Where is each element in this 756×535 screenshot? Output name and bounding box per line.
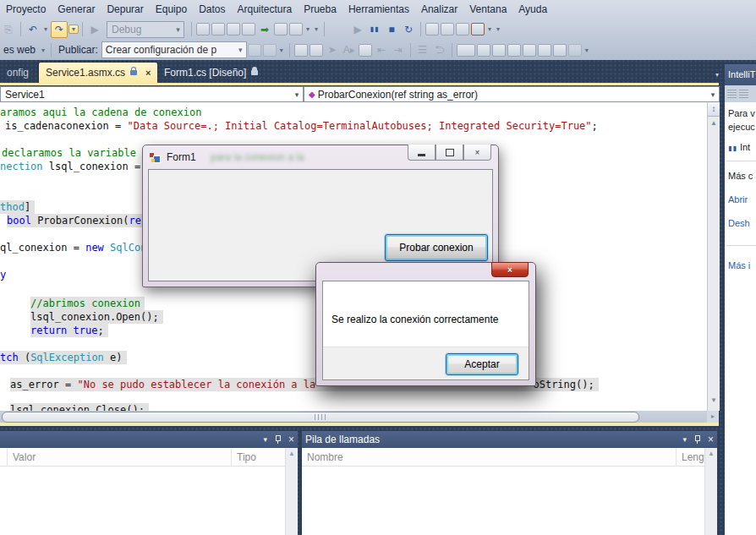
indent-increase-icon[interactable]: ⇥	[391, 42, 406, 57]
scroll-down-icon[interactable]: ▼	[708, 394, 720, 407]
search-comment-icon[interactable]	[568, 44, 582, 57]
aceptar-button[interactable]: Aceptar	[446, 353, 518, 375]
tab-form1-designer[interactable]: Form1.cs [Diseño]	[157, 63, 267, 83]
undo-dropdown-icon[interactable]: ▾	[41, 25, 50, 33]
command-window-icon[interactable]	[289, 23, 303, 35]
comment-block-icon[interactable]	[359, 44, 372, 57]
scroll-right-icon[interactable]: ▸	[707, 411, 719, 423]
tab-webconfig-partial[interactable]: onfig	[0, 63, 36, 83]
undo-icon[interactable]: ↶	[25, 22, 41, 37]
continue-icon[interactable]: ▶	[350, 22, 365, 37]
intellitrace-link-mas-info[interactable]: Más i	[728, 260, 750, 270]
callstack-col-nombre[interactable]: Nombre	[302, 451, 676, 463]
icon-dropdown[interactable]: ▾	[485, 25, 494, 33]
find-in-files-icon[interactable]	[196, 23, 210, 35]
menu-ayuda[interactable]: Ayuda	[512, 0, 553, 19]
intellitrace-events-icon[interactable]	[471, 23, 485, 35]
intellitrace-break-item[interactable]: ▮▮ Int	[728, 142, 750, 152]
document-list-dropdown-icon[interactable]: ▾	[713, 71, 721, 79]
probar-conexion-button[interactable]: Probar conexion	[385, 234, 488, 261]
restart-icon[interactable]: ↻	[401, 22, 416, 37]
list-icon[interactable]	[727, 90, 737, 99]
scroll-up-icon[interactable]: ▲	[708, 117, 720, 129]
menu-generar[interactable]: Generar	[52, 0, 101, 19]
comment-bubble2-icon[interactable]	[492, 44, 506, 57]
locals-col-valor[interactable]: Valor	[8, 451, 231, 463]
bookmark-window-icon[interactable]	[457, 44, 475, 57]
intellitrace-panel-title[interactable]: IntelliT	[725, 64, 756, 85]
panel-close-icon[interactable]: ×	[288, 435, 294, 444]
word-wrap-icon[interactable]: ⮌	[432, 42, 447, 57]
extension-manager-icon[interactable]	[274, 23, 288, 35]
intellitrace-link-deshabilitar[interactable]: Desh	[728, 218, 750, 228]
panel-pin-icon[interactable]	[274, 434, 282, 445]
members-combo[interactable]: ◆ ProbarConexion(ref string as_error) ▾	[304, 86, 720, 102]
panel-dropdown-icon[interactable]: ▾	[682, 435, 687, 444]
next-comment-icon[interactable]	[523, 44, 536, 57]
step-over-icon[interactable]	[425, 23, 439, 35]
menu-ventana[interactable]: Ventana	[463, 0, 512, 19]
hex-icon[interactable]	[441, 23, 454, 35]
edit-config-icon[interactable]	[263, 44, 277, 57]
locals-col-tipo[interactable]: Tipo	[232, 451, 276, 463]
solution-config-combo[interactable]: Debug ▾	[107, 21, 184, 38]
publish-icon[interactable]	[248, 44, 261, 57]
menu-prueba[interactable]: Prueba	[298, 0, 342, 19]
breakpoint-icon[interactable]	[456, 23, 469, 35]
indent-decrease-icon[interactable]: ⇤	[374, 42, 389, 57]
publish-combo[interactable]: Crear configuración de p ▾	[101, 41, 247, 58]
filter-icon[interactable]	[739, 90, 748, 99]
menu-datos[interactable]: Datos	[193, 0, 231, 19]
properties-icon[interactable]	[211, 23, 225, 35]
scroll-up-icon[interactable]: ▲	[286, 448, 298, 460]
menu-equipo[interactable]: Equipo	[150, 0, 193, 19]
data-sources-icon[interactable]	[227, 23, 240, 35]
redo-dropdown-icon[interactable]: ▾	[68, 25, 79, 34]
close-icon[interactable]: ×	[463, 145, 491, 161]
scroll-up-icon[interactable]: ▲	[705, 448, 717, 460]
form1-titlebar[interactable]: para la conexion a la Form1 ×	[143, 145, 498, 169]
stop-debug-icon[interactable]: ■	[384, 22, 399, 37]
message-dialog[interactable]: × Se realizo la conexión correctamente A…	[315, 262, 536, 386]
callstack-panel-titlebar[interactable]: Pila de llamadas ▾ ×	[302, 431, 717, 448]
menu-proyecto[interactable]: Proyecto	[0, 0, 52, 19]
copy-reference-icon[interactable]	[294, 44, 308, 57]
menu-herramientas[interactable]: Herramientas	[342, 0, 415, 19]
toolbar-overflow-icon[interactable]: ▾	[39, 46, 47, 54]
minimize-icon[interactable]	[408, 145, 436, 161]
toolbox-icon[interactable]	[242, 23, 255, 35]
menu-depurar[interactable]: Depurar	[101, 0, 149, 19]
break-all-icon[interactable]: ▮▮	[367, 22, 382, 37]
prev-comment-icon[interactable]	[507, 44, 521, 57]
import-book-icon[interactable]	[538, 44, 551, 57]
menu-analizar[interactable]: Analizar	[415, 0, 463, 19]
redo-icon[interactable]: ↷	[51, 21, 68, 38]
start-page-icon[interactable]: ➡	[257, 22, 272, 37]
start-debug-icon[interactable]: ▶	[87, 22, 102, 37]
maximize-icon[interactable]	[436, 145, 463, 161]
insert-snippet-icon[interactable]	[310, 44, 323, 57]
panel-pin-icon[interactable]	[693, 434, 701, 445]
editor-horizontal-scrollbar[interactable]	[0, 411, 707, 423]
toolbar-overflow-icon[interactable]: ▾	[583, 46, 591, 54]
locals-scrollbar[interactable]: ▲	[285, 448, 298, 535]
comment-bubble-icon[interactable]	[477, 44, 490, 57]
tab-service1[interactable]: Service1.asmx.cs ×	[39, 63, 157, 83]
toolbar-overflow-icon[interactable]: ▾	[312, 25, 320, 33]
export-book-icon[interactable]	[553, 44, 567, 57]
toolbar-overflow-icon[interactable]: ▾	[494, 25, 502, 33]
format-text-icon[interactable]: A▸	[342, 42, 357, 57]
toolbar-overflow-icon[interactable]: ▾	[277, 46, 286, 54]
menu-arquitectura[interactable]: Arquitectura	[231, 0, 298, 19]
icon-dropdown[interactable]: ▾	[304, 25, 312, 33]
intellitrace-link-abrir[interactable]: Abrir	[728, 194, 748, 205]
locals-panel-titlebar[interactable]: ▾ ×	[0, 431, 298, 448]
cursor-icon[interactable]: ➤	[325, 42, 340, 57]
line-spacing-icon[interactable]: ☰	[415, 42, 430, 57]
panel-close-icon[interactable]: ×	[708, 435, 714, 444]
hscroll-thumb[interactable]	[2, 412, 639, 423]
editor-vertical-scrollbar[interactable]: ↕ ▲ ▼	[707, 102, 720, 411]
splitter-icon[interactable]: ↕	[708, 102, 720, 117]
callstack-scrollbar[interactable]: ▲	[704, 448, 717, 535]
dialog-close-icon[interactable]: ×	[491, 262, 529, 277]
